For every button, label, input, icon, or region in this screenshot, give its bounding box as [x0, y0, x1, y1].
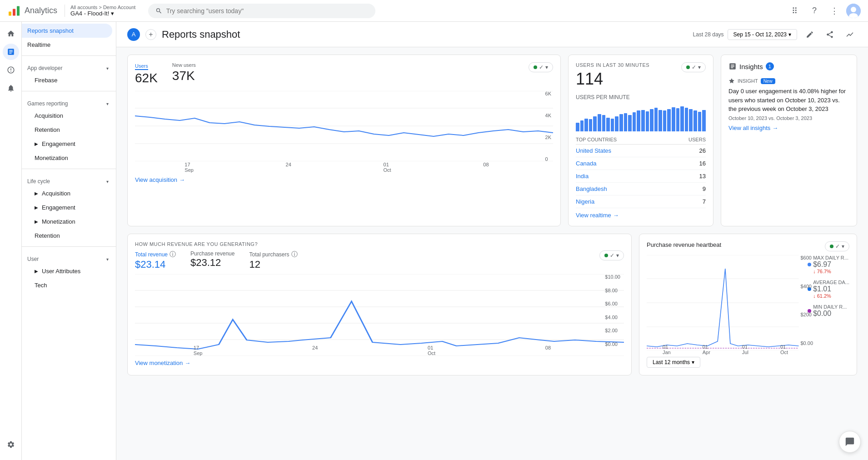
- revenue-section-title: HOW MUCH REVENUE ARE YOU GENERATING?: [135, 241, 624, 247]
- chart-y-labels: 6K 4K 2K 0: [545, 91, 551, 162]
- view-all-insights-button[interactable]: View all insights →: [728, 121, 778, 131]
- sidebar-item-user-attributes[interactable]: ▶ User Attributes: [22, 264, 112, 278]
- country-name[interactable]: Bangladesh: [576, 185, 607, 192]
- sidebar-item-monetization-games[interactable]: Monetization: [22, 151, 112, 165]
- new-users-value: 37K: [172, 69, 196, 83]
- bar-item: [667, 109, 671, 131]
- view-acquisition-button[interactable]: View acquisition →: [135, 173, 185, 183]
- advertising-button[interactable]: [3, 80, 19, 96]
- customize-button[interactable]: [843, 27, 857, 42]
- chevron-icon-user: ▾: [106, 257, 109, 262]
- country-name[interactable]: United States: [576, 147, 611, 154]
- sidebar-item-retention-lc[interactable]: Retention: [22, 229, 112, 243]
- chart-x-labels: 17Sep 24 01Oct 08: [139, 162, 535, 173]
- info-icon-2: ⓘ: [291, 250, 298, 259]
- games-reporting-header[interactable]: Games reporting ▾: [22, 95, 116, 109]
- more-button[interactable]: ⋮: [826, 3, 843, 19]
- arrow-insights: →: [772, 125, 778, 131]
- total-revenue-metric: Total revenue ⓘ $23.14: [135, 250, 176, 270]
- min-legend: MIN DAILY R... $0.00: [808, 304, 849, 318]
- bar-item: [628, 115, 632, 131]
- sidebar-item-firebase[interactable]: Firebase: [22, 73, 112, 87]
- user-header[interactable]: User ▾: [22, 250, 116, 264]
- total-revenue-value: $23.14: [135, 259, 176, 270]
- bar-item: [589, 119, 593, 131]
- bar-item: [672, 107, 675, 131]
- bar-item: [676, 108, 680, 131]
- edit-button[interactable]: [803, 27, 817, 42]
- view-monetization-button[interactable]: View monetization →: [135, 356, 190, 366]
- search-bar[interactable]: [148, 4, 375, 18]
- country-name[interactable]: Canada: [576, 160, 597, 167]
- cards-row-2: HOW MUCH REVENUE ARE YOU GENERATING? Tot…: [127, 234, 857, 375]
- country-name[interactable]: Nigeria: [576, 198, 594, 205]
- sidebar-item-acquisition-games[interactable]: Acquisition: [22, 109, 112, 123]
- bar-item: [646, 111, 649, 131]
- view-realtime-button[interactable]: View realtime →: [576, 208, 619, 219]
- sidebar-item-engagement-games[interactable]: ▶ Engagement: [22, 137, 112, 151]
- sidebar-item-realtime[interactable]: Realtime: [22, 38, 112, 52]
- bar-item: [606, 118, 610, 131]
- date-picker-button[interactable]: Sep 15 - Oct 12, 2023 ▾: [728, 29, 797, 40]
- help-button[interactable]: ?: [806, 3, 823, 19]
- search-input[interactable]: [166, 7, 369, 15]
- app-developer-header[interactable]: App developer ▾: [22, 60, 116, 73]
- bar-item: [641, 110, 645, 131]
- settings-button[interactable]: [3, 436, 19, 453]
- realtime-bar-chart: [576, 104, 706, 131]
- arrow-rt: →: [613, 212, 619, 219]
- bar-item: [658, 110, 662, 131]
- bar-item: [633, 112, 636, 131]
- reports-button[interactable]: [3, 44, 19, 60]
- chat-fab-button[interactable]: [839, 431, 861, 453]
- lifecycle-header[interactable]: Life cycle ▾: [22, 173, 116, 186]
- heartbeat-y-labels: $600 $400 $200 $0.00: [799, 255, 813, 346]
- sidebar-item-acquisition-lc[interactable]: ▶ Acquisition: [22, 186, 112, 200]
- apps-button[interactable]: ⠿: [786, 3, 803, 19]
- sidebar-item-monetization-lc[interactable]: ▶ Monetization: [22, 215, 112, 229]
- insight-row: INSIGHT New Day 0 user engagement is 40.…: [728, 78, 849, 121]
- revenue-status-badge[interactable]: ✓ ▾: [599, 250, 624, 260]
- bar-item: [576, 123, 579, 131]
- sidebar-item-engagement-lc[interactable]: ▶ Engagement: [22, 200, 112, 215]
- sidebar-icon-rail: [0, 22, 22, 460]
- heartbeat-status-badge[interactable]: ✓ ▾: [825, 241, 849, 251]
- explore-button[interactable]: [3, 62, 19, 78]
- divider-3: [22, 169, 116, 169]
- sidebar-item-retention-games[interactable]: Retention: [22, 123, 112, 137]
- avg-change: ↓ 61.2%: [813, 293, 849, 299]
- avg-value: $1.01: [813, 285, 849, 293]
- heartbeat-timeframe-button[interactable]: Last 12 months ▾: [647, 357, 700, 368]
- country-name[interactable]: India: [576, 173, 589, 180]
- status-dot-green: [534, 65, 537, 69]
- users-status-badge[interactable]: ✓ ▾: [529, 62, 553, 72]
- share-button[interactable]: [823, 27, 837, 42]
- realtime-status-badge[interactable]: ✓ ▾: [681, 62, 706, 72]
- bar-item: [637, 110, 640, 131]
- property-name[interactable]: GA4 - Flood-It! ▾: [70, 10, 135, 17]
- home-button[interactable]: [3, 25, 19, 42]
- bar-item: [624, 113, 628, 131]
- bar-item: [698, 112, 702, 131]
- revenue-card: HOW MUCH REVENUE ARE YOU GENERATING? Tot…: [127, 234, 632, 375]
- sidebar-item-reports-snapshot[interactable]: Reports snapshot: [22, 24, 112, 38]
- arrow-mon: →: [185, 360, 190, 366]
- sidebar: Reports snapshot Realtime App developer …: [22, 22, 116, 460]
- heartbeat-chart-area: MAX DAILY R... $6.97 ↓ 76.7% AVERAGE DA.…: [647, 255, 849, 355]
- metrics-row: Users 62K New users 37K: [135, 62, 196, 85]
- avatar[interactable]: [846, 4, 861, 18]
- svg-rect-2: [17, 6, 20, 15]
- page-title: Reports snapshot: [162, 29, 688, 40]
- account-selector[interactable]: All accounts > Demo Account GA4 - Flood-…: [65, 5, 135, 17]
- new-users-label: New users: [172, 62, 196, 68]
- cards-area: Users 62K New users 37K ✓ ▾: [116, 47, 868, 383]
- sidebar-item-tech[interactable]: Tech: [22, 278, 112, 292]
- cards-row-1: Users 62K New users 37K ✓ ▾: [127, 55, 857, 226]
- realtime-label: Realtime: [27, 41, 50, 48]
- insights-card: Insights 1 INSIGHT New Day 0 user engage…: [721, 55, 857, 226]
- bar-item: [685, 108, 688, 131]
- chevron-icon-games: ▾: [106, 101, 109, 106]
- add-page-button[interactable]: +: [145, 29, 156, 40]
- chevron-down-icon-date: ▾: [788, 31, 791, 38]
- top-countries: TOP COUNTRIES USERS United States26Canad…: [576, 137, 706, 208]
